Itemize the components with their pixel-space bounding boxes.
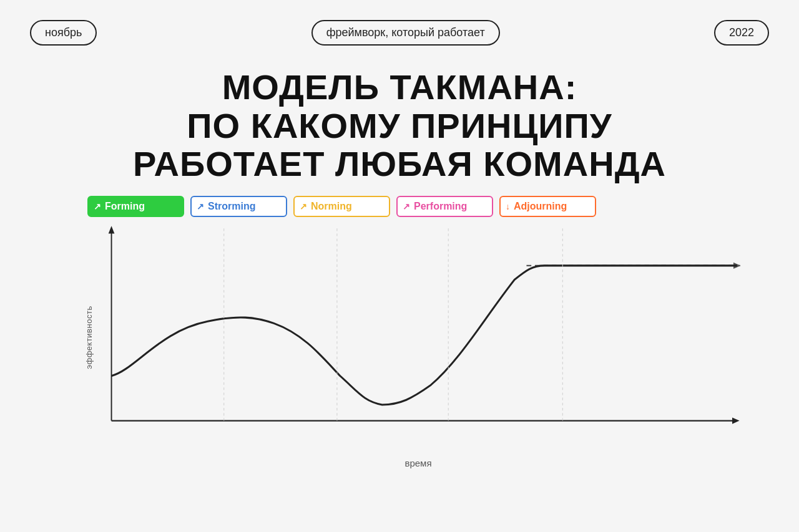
- performing-label: Performing: [414, 201, 467, 212]
- chart-svg: [87, 222, 749, 453]
- norming-label: Norming: [311, 201, 352, 212]
- storming-arrow: ↗: [197, 201, 204, 211]
- chart-container: эффективность: [87, 222, 749, 453]
- stage-adjourning: ↓ Adjourning: [499, 196, 596, 217]
- stage-forming: ↗ Forming: [87, 196, 184, 217]
- stage-labels: ↗ Forming ↗ Strorming ↗ Norming ↗ Perfor…: [87, 196, 749, 217]
- main-title: МОДЕЛЬ ТАКМАНА: ПО КАКОМУ ПРИНЦИПУ РАБОТ…: [30, 68, 769, 183]
- svg-marker-1: [109, 226, 115, 233]
- stage-storming: ↗ Strorming: [190, 196, 287, 217]
- performing-arrow: ↗: [403, 201, 410, 211]
- forming-label: Forming: [105, 201, 145, 212]
- norming-arrow: ↗: [300, 201, 307, 211]
- adjourning-label: Adjourning: [514, 201, 567, 212]
- adjourning-arrow: ↓: [506, 201, 510, 211]
- forming-arrow: ↗: [94, 201, 101, 211]
- subtitle-pill: фреймворк, который работает: [311, 20, 500, 46]
- storming-label: Strorming: [208, 201, 255, 212]
- stage-norming: ↗ Norming: [293, 196, 390, 217]
- svg-marker-3: [732, 417, 740, 423]
- stage-performing: ↗ Performing: [396, 196, 493, 217]
- chart-section: ↗ Forming ↗ Strorming ↗ Norming ↗ Perfor…: [0, 196, 799, 468]
- header: ноябрь фреймворк, который работает 2022: [0, 0, 799, 46]
- x-axis-label: время: [87, 458, 749, 468]
- year-pill: 2022: [714, 20, 769, 46]
- month-pill: ноябрь: [30, 20, 97, 46]
- title-section: МОДЕЛЬ ТАКМАНА: ПО КАКОМУ ПРИНЦИПУ РАБОТ…: [0, 46, 799, 196]
- y-axis-label: эффективность: [84, 306, 94, 369]
